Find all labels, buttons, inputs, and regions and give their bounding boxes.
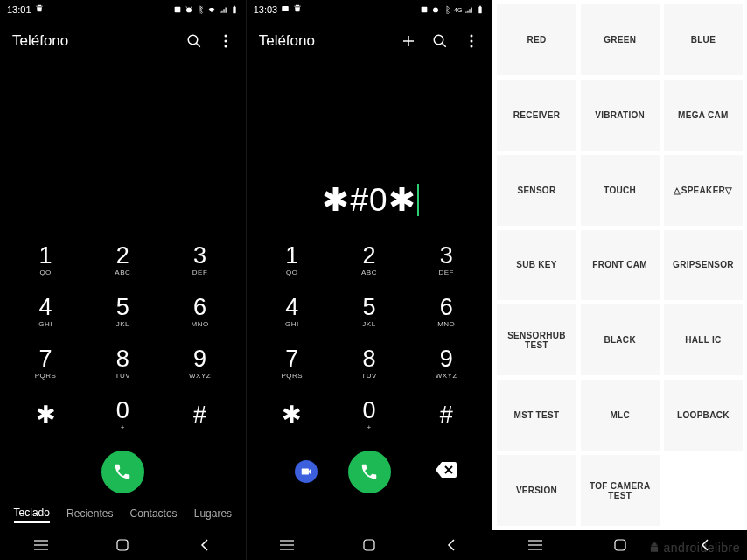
key-6[interactable]: 6MNO [408,286,485,338]
key-num: 3 [440,244,453,268]
key-star[interactable]: ✱ [254,389,331,441]
key-4[interactable]: 4GHI [7,286,84,338]
tab-teclado[interactable]: Teclado [14,507,50,523]
test-tof-camera-test[interactable]: TOF CAMERA TEST [581,455,660,526]
key-num: 4 [285,296,298,319]
test-mlc[interactable]: MLC [581,380,660,451]
wifi-icon [207,5,216,14]
call-button[interactable] [348,451,391,494]
test-grid: REDGREENBLUERECEIVERVIBRATIONMEGA CAMSEN… [497,4,743,526]
test-black[interactable]: BLACK [581,304,660,375]
add-icon[interactable] [401,33,416,49]
nav-home-icon[interactable] [612,537,628,553]
test-hall-ic[interactable]: HALL IC [664,304,743,375]
svg-rect-10 [117,540,128,550]
more-icon[interactable] [464,33,479,49]
svg-point-13 [433,8,438,13]
key-num: 5 [116,296,129,319]
nav-back-icon[interactable] [697,537,713,553]
key-6[interactable]: 6MNO [161,286,238,338]
key-0[interactable]: 0+ [331,389,408,441]
nav-back-icon[interactable] [197,537,213,553]
key-letters: JKL [362,320,375,328]
test-speaker[interactable]: △SPEAKER▽ [664,155,743,226]
key-2[interactable]: 2ABC [84,234,161,286]
key-9[interactable]: 9WXYZ [161,338,238,389]
test-green[interactable]: GREEN [581,4,660,75]
nav-bar [247,530,492,560]
search-icon[interactable] [186,33,202,49]
test-loopback[interactable]: LOOPBACK [664,380,743,451]
key-9[interactable]: 9WXYZ [408,338,485,389]
svg-rect-12 [422,7,428,13]
key-hash[interactable]: # [161,389,238,441]
test-red[interactable]: RED [497,4,576,75]
call-button[interactable] [101,451,144,494]
key-4[interactable]: 4GHI [254,286,331,338]
key-2[interactable]: 2ABC [331,234,408,286]
key-1[interactable]: 1QO [254,234,331,286]
key-7[interactable]: 7PQRS [7,338,84,389]
test-mega-cam[interactable]: MEGA CAM [664,80,743,150]
backspace-button[interactable] [436,462,457,481]
svg-line-17 [443,43,447,47]
key-5[interactable]: 5JKL [331,286,408,338]
svg-point-4 [224,35,227,38]
test-touch[interactable]: TOUCH [581,155,660,226]
key-3[interactable]: 3DEF [161,234,238,286]
test-sensor[interactable]: SENSOR [497,155,576,226]
svg-point-6 [224,46,227,48]
search-icon[interactable] [432,33,448,49]
key-num: 5 [362,296,375,319]
tab-contactos[interactable]: Contactos [130,508,178,522]
key-0[interactable]: 0+ [84,389,161,441]
nav-recents-icon[interactable] [33,537,49,553]
key-5[interactable]: 5JKL [84,286,161,338]
nav-bar [492,530,747,560]
status-bar: 13:03 4G [247,0,492,19]
key-letters: WXYZ [436,372,457,380]
test-sub-key[interactable]: SUB KEY [497,230,576,301]
bluetooth-icon [443,5,451,14]
dialer-keypad: 1QO2ABC3DEF4GHI5JKL6MNO7PQRS8TUV9WXYZ✱0+… [0,234,246,441]
test-mst-test[interactable]: MST TEST [497,380,576,451]
status-icons [173,5,239,14]
key-num: 8 [362,347,375,371]
test-receiver[interactable]: RECEIVER [497,80,576,150]
nav-recents-icon[interactable] [279,537,295,553]
test-vibration[interactable]: VIBRATION [581,80,660,150]
test-front-cam[interactable]: FRONT CAM [581,230,660,301]
key-letters: WXYZ [189,372,211,380]
tab-lugares[interactable]: Lugares [194,508,232,522]
key-7[interactable]: 7PQRS [254,338,331,389]
app-header: Teléfono [247,19,492,63]
key-1[interactable]: 1QO [7,234,84,286]
notification-icon [420,5,429,14]
key-letters: PQRS [281,372,303,380]
nav-back-icon[interactable] [443,537,459,553]
key-letters: ABC [361,269,377,276]
key-num: ✱ [36,403,56,427]
key-hash[interactable]: # [408,389,485,441]
nav-home-icon[interactable] [361,537,377,553]
key-letters: QO [39,269,51,276]
svg-point-16 [435,35,444,45]
test-sensorhub-test[interactable]: SENSORHUB TEST [497,304,576,375]
key-8[interactable]: 8TUV [331,338,408,389]
key-num: 0 [116,399,129,423]
key-num: 1 [39,244,52,268]
key-8[interactable]: 8TUV [84,338,161,389]
key-star[interactable]: ✱ [7,389,84,441]
video-call-button[interactable] [295,460,318,483]
test-version[interactable]: VERSION [497,455,576,526]
more-icon[interactable] [218,33,234,49]
test-blue[interactable]: BLUE [664,4,743,75]
bottom-tabs: TecladoRecientesContactosLugares [0,499,246,530]
key-3[interactable]: 3DEF [408,234,485,286]
battery-icon [476,5,485,14]
nav-home-icon[interactable] [115,537,130,553]
test-gripsensor[interactable]: GRIPSENSOR [664,230,743,301]
tab-recientes[interactable]: Recientes [66,508,113,522]
battery-icon [230,5,239,14]
nav-recents-icon[interactable] [527,537,543,553]
